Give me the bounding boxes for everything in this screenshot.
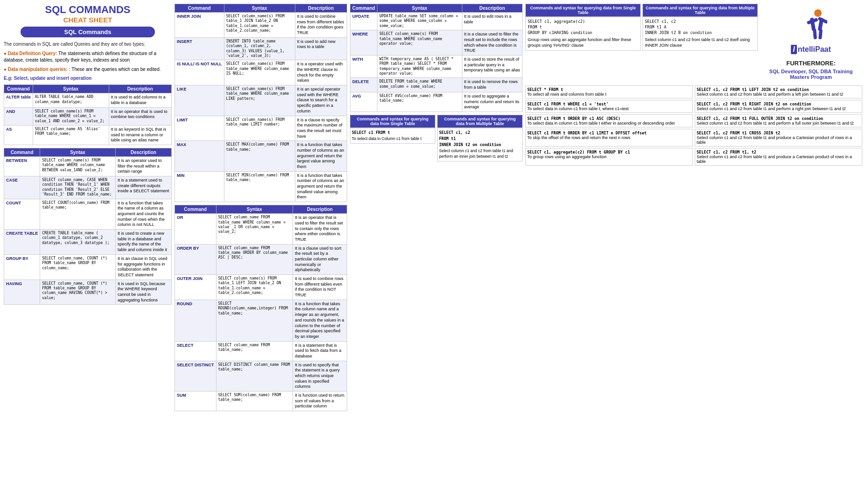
desc-cell: It is an operator that is used to combin…	[109, 107, 171, 125]
cmd-cell: AS	[4, 125, 33, 145]
table-row: SELECT DISTINCT SELECT DISTINCT column_n…	[175, 361, 347, 391]
cmd-cell: AND	[4, 107, 33, 125]
table4-header-syntax: Syntax	[216, 205, 293, 214]
cmd-cell: GROUP BY	[4, 254, 40, 280]
cmd-cell: OUTER JOIN	[175, 275, 216, 300]
right-section: Commands and syntax for querying data fr…	[525, 4, 862, 500]
join-single-mid-header: Commands and syntax for querying data fr…	[350, 115, 435, 128]
join-single-mid-content: SELECT c1 FROM tTo select data in Column…	[350, 128, 435, 144]
bullet-dmq-text: : These are the queries which can be edi…	[69, 67, 161, 72]
cmd-cell: MIN	[175, 171, 224, 202]
cmd-cell: SUM	[175, 392, 216, 411]
syntax-cell: SELECT DISTINCT column_name FROM table_n…	[216, 361, 293, 391]
desc-cell: It is a function that takes number of co…	[295, 171, 347, 202]
cmd-cell: ALTER table	[4, 93, 33, 107]
desc-cell: It is a clause used to sort the result s…	[293, 244, 347, 274]
desc-cell: It is a function that takes the column n…	[293, 300, 347, 341]
desc-cell: It is used to create a new table in a da…	[115, 230, 171, 255]
syntax-cell: SELECT column_name(s) FROM table_name WH…	[33, 107, 109, 125]
desc-cell: It is a clause to specify the maximum nu…	[295, 116, 347, 141]
cmd-cell: SELECT	[175, 341, 216, 361]
cmd-cell: ORDER BY	[175, 244, 216, 274]
join-single-row: SELECT * FROM t To select all rows and c…	[525, 85, 693, 98]
sql-commands-badge: SQL Commands	[21, 27, 155, 37]
table-row: OUTER JOIN SELECT column_name(s) FROM ta…	[175, 275, 347, 300]
syntax-cell: SELECT column_name FROM table_name ORDER…	[216, 244, 293, 274]
cmd-cell: UPDATE	[350, 13, 377, 30]
svg-rect-3	[813, 29, 817, 40]
cmd-cell: CASE	[4, 176, 40, 199]
desc-cell: It is a function that takes number of co…	[295, 141, 347, 171]
table-row: DELETE DELETE FROM table_name WHERE some…	[350, 78, 523, 92]
join-single-row: SELECT c1 FROM t WHERE c1 = 'test' To se…	[525, 100, 693, 113]
table-update-avg: Command Syntax Description UPDATE UPDATE…	[350, 4, 523, 112]
cmd-cell: MAX	[175, 141, 224, 171]
main-title: SQL COMMANDS	[4, 4, 172, 16]
join-single-top-content: SELECT c1, aggregate(c2)FROM tGROUP BY c…	[525, 17, 641, 51]
table5-header-command: Command	[350, 4, 377, 13]
svg-point-0	[814, 9, 822, 17]
desc-cell: It is used in SQL because the WHERE keyw…	[115, 280, 171, 305]
desc-cell: It is a statement used to create differe…	[115, 176, 171, 199]
table5-header-desc: Description	[462, 4, 522, 13]
cmd-cell: BETWEEN	[4, 157, 40, 176]
cmd-cell: OR	[175, 214, 216, 244]
table-row: INNER JOIN SELECT column_name(s) FROM ta…	[175, 13, 347, 38]
table3-header-command: Command	[175, 4, 224, 13]
cmd-cell: LIKE	[175, 85, 224, 116]
table2-header-desc: Description	[115, 148, 171, 157]
syntax-cell: SELECT column_name FROM table_name WHERE…	[216, 214, 293, 244]
furthermore-desc: SQL Developer, SQL DBA Training Masters …	[763, 69, 859, 80]
table-row: AVG SELECT AVG(column_name) FROM table_n…	[350, 92, 523, 112]
table-row: HAVING SELECT column_name, COUNT (*) FRO…	[4, 280, 172, 305]
cmd-cell: CREATE TABLE	[4, 230, 40, 255]
table1-header-desc: Description	[109, 85, 171, 93]
syntax-cell: SELECT column_name(s) FROM table_name LI…	[224, 116, 295, 141]
syntax-cell: SELECT column_name, CASE WHEN condition …	[40, 176, 116, 199]
cmd-cell: ROUND	[175, 300, 216, 341]
mid-right-panel: Command Syntax Description UPDATE UPDATE…	[350, 4, 523, 500]
syntax-cell: UPDATE table_name SET some_column = some…	[377, 13, 462, 30]
desc-cell: It is an special operator used with the …	[295, 85, 347, 116]
sub-title: CHEAT SHEET	[4, 16, 172, 24]
table-row: ALTER table ALTER TABLE table_name ADD c…	[4, 93, 172, 107]
syntax-cell: SELECT COUNT(column_name) FROM table_nam…	[40, 199, 116, 229]
syntax-cell: SELECT SUM(column_name) FROM table_name;	[216, 392, 293, 411]
syntax-cell: WITH temporary_name AS ( SELECT * FROM t…	[377, 55, 462, 78]
table-row: ORDER BY SELECT column_name FROM table_n…	[175, 244, 347, 274]
table-row: LIKE SELECT column_name(s) FROM table_na…	[175, 85, 347, 116]
cmd-cell: IS NULL/ IS NOT NULL	[175, 60, 224, 85]
join-block-single-mid: Commands and syntax for querying data fr…	[350, 115, 435, 161]
desc-cell: It is an clause in SQL used for aggregat…	[115, 254, 171, 280]
table-between-having: Command Syntax Description BETWEEN SELEC…	[4, 148, 172, 305]
join-multiple-top-header: Commands and syntax for querying data fr…	[643, 4, 758, 17]
join-row-pair: SELECT c1, aggregate(c2) FROM t GROUP BY…	[525, 148, 862, 166]
cmd-cell: INNER JOIN	[175, 13, 224, 38]
desc-cell: It is a statement that is used to fetch …	[293, 341, 347, 361]
table1-header-syntax: Syntax	[33, 85, 109, 93]
left-panel: SQL COMMANDS CHEAT SHEET SQL Commands Th…	[4, 4, 172, 500]
desc-cell: It is an operator that is used to filter…	[293, 214, 347, 244]
join-block-single-top: Commands and syntax for querying data fr…	[525, 4, 641, 84]
syntax-cell: SELECT column_name(s) FROM table_name WH…	[224, 60, 295, 85]
desc-cell: It is used to specify that the statement…	[293, 361, 347, 391]
desc-cell: It is used to aggregate a numeric column…	[462, 92, 522, 112]
join-block-multiple-top: Commands and syntax for querying data fr…	[643, 4, 758, 84]
syntax-cell: SELECT column_name(s) FROM table_name WH…	[377, 30, 462, 56]
table-row: CREATE TABLE CREATE TABLE table_name ( c…	[4, 230, 172, 255]
table-row: COUNT SELECT COUNT(column_name) FROM tab…	[4, 199, 172, 229]
furthermore-label: FURTHERMORE:	[786, 60, 835, 67]
join-multiple-row: SELECT c1, c2 FROM t1, t2 Select column …	[695, 148, 862, 166]
syntax-cell: SELECT column_name(s) FROM table_name WH…	[40, 157, 116, 176]
join-multiple-mid-header: Commands and syntax for querying data fr…	[437, 115, 523, 128]
table3-header-desc: Description	[295, 4, 347, 13]
table-row: BETWEEN SELECT column_name(s) FROM table…	[4, 157, 172, 176]
desc-cell: It is an operator used to filter the res…	[115, 157, 171, 176]
desc-cell: It is used to combine rows from differen…	[295, 13, 347, 38]
join-block-multiple-mid: Commands and syntax for querying data fr…	[437, 115, 523, 161]
table-row: AND SELECT column_name(s) FROM table_nam…	[4, 107, 172, 125]
join-single-row: SELECT c1 FROM t ORDER BY c1 ASC (DESC) …	[525, 114, 693, 127]
table-row: LIMIT SELECT column_name(s) FROM table_n…	[175, 116, 347, 141]
desc-cell: It is used to store the result of a part…	[462, 55, 522, 78]
main-page: SQL COMMANDS CHEAT SHEET SQL Commands Th…	[0, 0, 866, 504]
